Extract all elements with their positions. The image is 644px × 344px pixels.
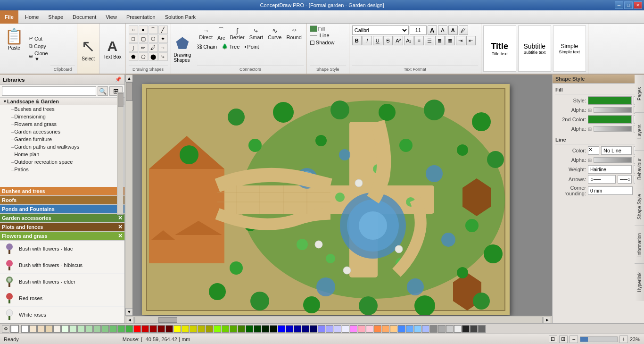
tree-item-flowers[interactable]: Flowers and grass [0, 120, 124, 128]
information-tab[interactable]: Information [635, 226, 644, 263]
underline-button[interactable]: U [373, 36, 382, 45]
palette-color-8[interactable] [85, 325, 93, 333]
palette-color-51[interactable] [430, 325, 438, 333]
panel-garden-acc-close[interactable]: ✕ [118, 215, 123, 221]
zoom-out-button[interactable]: − [570, 336, 578, 343]
palette-color-38[interactable] [326, 325, 333, 333]
shape-menu[interactable]: Shape [43, 12, 68, 22]
palette-color-24[interactable] [214, 325, 221, 333]
vscroll-thumb[interactable] [126, 82, 132, 101]
palette-color-1[interactable] [29, 325, 37, 333]
align-right-button[interactable]: ≣ [435, 36, 445, 45]
shape-more4[interactable]: ⤷ [158, 52, 168, 61]
close-button[interactable]: ✕ [634, 1, 642, 9]
libraries-pin-icon[interactable]: 📌 [115, 76, 122, 83]
tree-item-bushes[interactable]: Bushes and trees [0, 105, 124, 113]
shape-pen[interactable]: 🖊 [149, 43, 158, 52]
palette-color-39[interactable] [334, 325, 341, 333]
palette-color-15[interactable] [141, 325, 149, 333]
palette-color-31[interactable] [270, 325, 277, 333]
minimize-button[interactable]: ─ [615, 1, 623, 9]
corner-input[interactable]: 0 mm [588, 186, 633, 195]
palette-color-48[interactable] [406, 325, 413, 333]
align-left-button[interactable]: ≡ [414, 36, 424, 45]
library-scroll-thumb[interactable] [118, 93, 124, 107]
palette-color-49[interactable] [414, 325, 421, 333]
zoom-slider[interactable] [580, 336, 618, 342]
zoom-in-button[interactable]: + [619, 336, 628, 343]
title-text-button[interactable]: Title Title text [483, 25, 516, 72]
palette-color-12[interactable] [117, 325, 125, 333]
palette-color-22[interactable] [198, 325, 205, 333]
shape-more3[interactable]: ⬤ [149, 52, 158, 61]
file-menu[interactable]: File [0, 10, 18, 24]
palette-color-32[interactable] [278, 325, 285, 333]
palette-color-37[interactable] [318, 325, 325, 333]
shape-rrect[interactable]: ▢ [139, 34, 148, 43]
palette-color-34[interactable] [294, 325, 301, 333]
shape-more1[interactable]: ⬟ [129, 52, 138, 61]
alpha-slider2[interactable] [594, 126, 632, 132]
palette-color-42[interactable] [358, 325, 365, 333]
select-button[interactable]: ↖ Select [81, 25, 95, 72]
line-alpha-slider[interactable] [594, 157, 632, 163]
shape-circle[interactable]: ● [139, 25, 148, 34]
palette-color-9[interactable] [93, 325, 101, 333]
shape-bezier[interactable]: ∫ [129, 43, 138, 52]
palette-color-46[interactable] [390, 325, 397, 333]
shape-line[interactable]: ╱ [158, 25, 168, 34]
paste-button[interactable]: 📋 Paste [2, 25, 26, 72]
palette-color-19[interactable] [173, 325, 181, 333]
font-family-select[interactable]: Calibri [352, 25, 409, 35]
palette-color-36[interactable] [310, 325, 317, 333]
palette-color-21[interactable] [190, 325, 197, 333]
bezier-button[interactable]: ∫ Bezier [228, 26, 247, 41]
tree-item-garden-furn[interactable]: Garden furniture [0, 135, 124, 143]
round-button[interactable]: ⌔ Round [284, 26, 303, 41]
shape-arrow[interactable]: → [158, 43, 168, 52]
vscroll-up-button[interactable]: ▲ [125, 75, 133, 82]
palette-color-29[interactable] [254, 325, 261, 333]
document-menu[interactable]: Document [68, 12, 101, 22]
superscript-button[interactable]: A² [394, 36, 403, 45]
palette-color-40[interactable] [342, 325, 349, 333]
shape-freehand[interactable]: ✏ [139, 43, 148, 52]
palette-color-16[interactable] [149, 325, 157, 333]
palette-color-5[interactable] [61, 325, 69, 333]
palette-color-0[interactable] [21, 325, 29, 333]
palette-color-55[interactable] [462, 325, 470, 333]
palette-color-23[interactable] [206, 325, 213, 333]
palette-color-10[interactable] [101, 325, 109, 333]
palette-color-27[interactable] [238, 325, 245, 333]
curve-button[interactable]: ∿ Curve [266, 26, 283, 41]
hscroll-right-button[interactable]: ► [544, 317, 551, 323]
simple-text-button[interactable]: Simple Simple text [553, 25, 586, 72]
text-box-button[interactable]: A Text Box [103, 38, 121, 59]
palette-color-56[interactable] [470, 325, 478, 333]
library-search-button[interactable]: 🔍 [98, 86, 108, 96]
palette-color-26[interactable] [230, 325, 237, 333]
palette-color-13[interactable] [125, 325, 133, 333]
indent-button[interactable]: ⇥ [456, 36, 465, 45]
palette-color-50[interactable] [422, 325, 429, 333]
subtitle-text-button[interactable]: Subtitle Subtitle text [518, 25, 551, 72]
tree-item-outdoor[interactable]: Outdoor recreation space [0, 158, 124, 166]
palette-color-53[interactable] [446, 325, 454, 333]
home-menu[interactable]: Home [20, 12, 43, 22]
palette-color-11[interactable] [109, 325, 117, 333]
palette-color-35[interactable] [302, 325, 309, 333]
font-shrink-button[interactable]: A [438, 25, 447, 35]
arc-button[interactable]: ⌒ Arc [215, 25, 227, 42]
tree-item-home[interactable]: Home plan [0, 151, 124, 158]
align-justify-button[interactable]: ≣ [446, 36, 455, 45]
shape-more2[interactable]: ⬠ [139, 52, 148, 61]
palette-color-2[interactable] [37, 325, 45, 333]
palette-color-25[interactable] [222, 325, 229, 333]
drawing-shapes-big-button[interactable]: ⬟ DrawingShapes [174, 34, 191, 63]
font-color-button[interactable]: A [448, 25, 458, 35]
palette-color-47[interactable] [398, 325, 405, 333]
palette-color-6[interactable] [69, 325, 77, 333]
shape-arc[interactable]: ⌒ [149, 25, 158, 34]
palette-color-17[interactable] [157, 325, 165, 333]
tree-item-garden-acc[interactable]: Garden accessories [0, 128, 124, 135]
